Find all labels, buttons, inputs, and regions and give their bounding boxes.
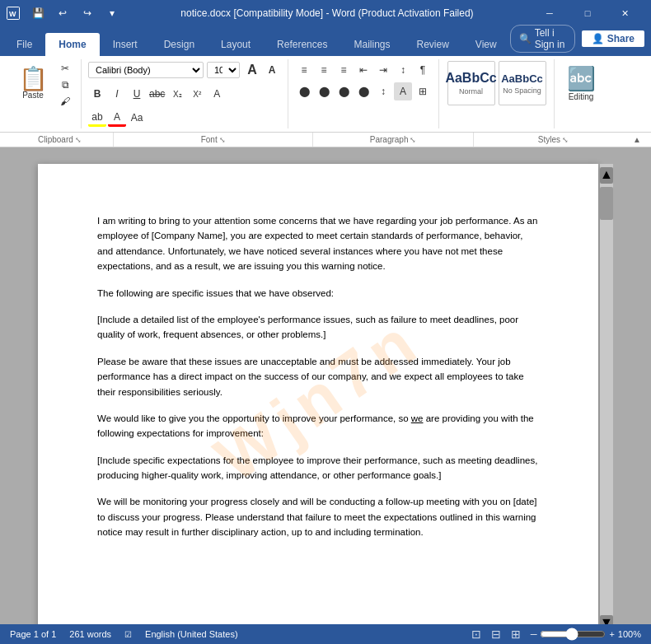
minimize-button[interactable]: ─: [531, 0, 569, 26]
track-changes-icon: ☑: [124, 630, 132, 639]
font-color-button[interactable]: A: [108, 109, 126, 127]
paragraph-group-label[interactable]: Paragraph: [370, 135, 409, 144]
scroll-thumb[interactable]: [600, 187, 613, 220]
save-button[interactable]: 💾: [26, 2, 49, 25]
grow-font-button[interactable]: A: [243, 61, 261, 79]
styles-expand-icon[interactable]: ⤡: [562, 136, 569, 144]
increase-indent-button[interactable]: ⇥: [374, 61, 392, 79]
paragraph-group-inner: ≡ ≡ ≡ ⇤ ⇥ ↕ ¶ ⬤ ⬤ ⬤ ⬤ ↕ A: [295, 61, 432, 100]
restore-button[interactable]: □: [569, 0, 607, 26]
font-expand-icon[interactable]: ⤡: [219, 136, 226, 144]
bullets-button[interactable]: ≡: [295, 61, 313, 79]
underline-button[interactable]: U: [128, 85, 146, 103]
paragraph-4: Please be aware that these issues are un…: [97, 354, 539, 399]
font-selectors-row: Calibri (Body) 10 A A: [88, 61, 281, 79]
align-right-button[interactable]: ⬤: [335, 82, 353, 100]
clipboard-expand-icon[interactable]: ⤡: [75, 136, 82, 144]
align-left-button[interactable]: ⬤: [295, 82, 313, 100]
paragraph-label-area: Paragraph ⤡: [313, 133, 473, 147]
cut-button[interactable]: ✂: [56, 61, 74, 76]
undo-button[interactable]: ↩: [51, 2, 74, 25]
redo-button[interactable]: ↪: [76, 2, 99, 25]
read-mode-button[interactable]: ⊞: [508, 626, 524, 642]
styles-group-label[interactable]: Styles: [538, 135, 560, 144]
paste-label: Paste: [22, 91, 44, 100]
window-title: notice.docx [Compatibility Mode] - Word …: [180, 7, 473, 19]
web-layout-button[interactable]: ⊟: [488, 626, 504, 642]
ribbon-tabs: File Home Insert Design Layout Reference…: [0, 26, 651, 56]
ribbon-collapse-button[interactable]: ▲: [633, 135, 641, 144]
tab-view[interactable]: View: [462, 33, 510, 56]
style-no-spacing[interactable]: AaBbCc No Spacing: [499, 61, 546, 105]
borders-button[interactable]: ⊞: [414, 82, 432, 100]
font-label-area: Font ⤡: [114, 133, 314, 147]
editing-label: Editing: [569, 92, 594, 101]
paste-button[interactable]: 📋 Paste: [13, 61, 53, 105]
ribbon-content: 📋 Paste ✂ ⧉ 🖌 Calibri (Body): [0, 56, 651, 147]
tab-home[interactable]: Home: [45, 33, 99, 56]
font-group: Calibri (Body) 10 A A B I U: [82, 59, 288, 128]
paragraph-group: ≡ ≡ ≡ ⇤ ⇥ ↕ ¶ ⬤ ⬤ ⬤ ⬤ ↕ A: [288, 59, 439, 128]
share-button[interactable]: 👤 Share: [582, 30, 644, 47]
tab-design[interactable]: Design: [151, 33, 208, 56]
shading-button[interactable]: A: [394, 82, 412, 100]
editing-button[interactable]: 🔤 Editing: [561, 61, 601, 105]
close-button[interactable]: ✕: [607, 0, 644, 26]
subscript-button[interactable]: X₂: [168, 85, 186, 103]
font-group-inner: Calibri (Body) 10 A A B I U: [88, 61, 281, 127]
share-icon: 👤: [592, 33, 604, 44]
tab-layout[interactable]: Layout: [208, 33, 264, 56]
zoom-out-button[interactable]: ─: [531, 629, 537, 639]
zoom-in-button[interactable]: +: [609, 629, 614, 639]
document-page[interactable]: Wjn7n I am writing to bring to your atte…: [38, 164, 598, 635]
tab-review[interactable]: Review: [403, 33, 461, 56]
paragraph-5: We would like to give you the opportunit…: [97, 411, 539, 441]
tell-me-search[interactable]: 🔍 Tell i Sign in: [510, 25, 575, 53]
font-size-selector[interactable]: 10: [207, 62, 240, 78]
search-icon: 🔍: [519, 33, 532, 44]
font-family-selector[interactable]: Calibri (Body): [88, 62, 204, 78]
line-spacing-button[interactable]: ↕: [374, 82, 392, 100]
scroll-up-button[interactable]: ▲: [600, 167, 613, 184]
tab-file[interactable]: File: [3, 33, 45, 56]
copy-button[interactable]: ⧉: [56, 77, 74, 92]
group-labels-bar: Clipboard ⤡ Font ⤡ Paragraph ⤡ Styles ⤡ …: [0, 133, 651, 147]
shrink-font-button[interactable]: A: [263, 61, 281, 79]
superscript-button[interactable]: X²: [188, 85, 206, 103]
show-hide-button[interactable]: ¶: [414, 61, 432, 79]
tab-mailings[interactable]: Mailings: [340, 33, 403, 56]
quick-access-dropdown[interactable]: ▾: [101, 2, 124, 25]
quick-access-toolbar: 💾 ↩ ↪ ▾: [26, 2, 124, 25]
strikethrough-button[interactable]: abc: [148, 85, 166, 103]
ribbon-collapse-area: ▲: [633, 133, 644, 147]
style-normal[interactable]: AaBbCc Normal: [447, 61, 495, 105]
multilevel-list-button[interactable]: ≡: [335, 61, 353, 79]
style-normal-preview: AaBbCc: [445, 71, 496, 86]
paragraph-7: We will be monitoring your progress clos…: [97, 494, 539, 539]
view-mode-icons: ⊡ ⊟ ⊞: [468, 626, 524, 642]
numbering-button[interactable]: ≡: [315, 61, 333, 79]
sort-button[interactable]: ↕: [394, 61, 412, 79]
tab-insert[interactable]: Insert: [100, 33, 151, 56]
italic-button[interactable]: I: [108, 85, 126, 103]
paragraph-expand-icon[interactable]: ⤡: [410, 136, 416, 144]
tab-references[interactable]: References: [264, 33, 340, 56]
decrease-indent-button[interactable]: ⇤: [354, 61, 372, 79]
justify-button[interactable]: ⬤: [354, 82, 372, 100]
paste-icon: 📋: [19, 68, 48, 91]
font-group-label[interactable]: Font: [201, 135, 218, 144]
clear-formatting-button[interactable]: A: [208, 85, 226, 103]
scrollbar[interactable]: ▲ ▼: [600, 164, 613, 635]
print-layout-button[interactable]: ⊡: [468, 626, 485, 642]
text-highlight-button[interactable]: ab: [88, 109, 106, 127]
bold-button[interactable]: B: [88, 85, 106, 103]
styles-gallery: AaBbCc Normal AaBbCc No Spacing: [447, 61, 546, 105]
clipboard-group-label[interactable]: Clipboard: [38, 135, 73, 144]
align-center-button[interactable]: ⬤: [315, 82, 333, 100]
change-case-button[interactable]: Aa: [128, 109, 146, 127]
language: English (United States): [145, 629, 238, 639]
format-painter-button[interactable]: 🖌: [56, 94, 74, 109]
zoom-slider[interactable]: [540, 628, 606, 641]
style-no-spacing-preview: AaBbCc: [501, 72, 543, 85]
title-bar-left: W 💾 ↩ ↪ ▾: [7, 2, 124, 25]
